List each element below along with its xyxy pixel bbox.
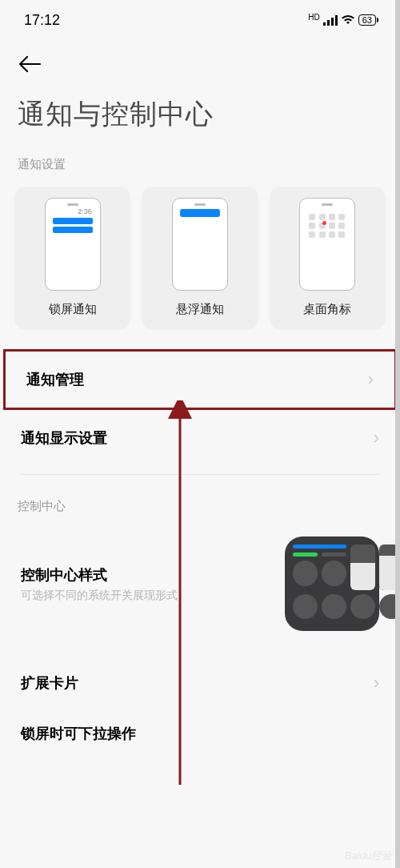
card-float-notification[interactable]: 悬浮通知 <box>142 187 258 330</box>
section-cc-label: 控制中心 <box>0 499 400 528</box>
item-title: 控制中心样式 <box>21 565 178 585</box>
phone-mock-badge <box>299 198 355 291</box>
chevron-right-icon: › <box>374 428 379 448</box>
back-button[interactable] <box>18 53 382 77</box>
chevron-right-icon: › <box>368 369 374 390</box>
watermark: Baidu经验 <box>345 849 392 863</box>
status-time: 17:12 <box>24 12 60 29</box>
item-lock-pull[interactable]: 锁屏时可下拉操作 <box>0 711 400 761</box>
card-lock-notification[interactable]: 2:36 锁屏通知 <box>14 187 130 330</box>
phone-mock-lock: 2:36 <box>45 198 101 291</box>
item-title: 通知显示设置 <box>21 428 107 448</box>
page-title: 通知与控制中心 <box>0 77 400 157</box>
card-label: 桌面角标 <box>303 302 351 317</box>
card-label: 悬浮通知 <box>176 302 224 317</box>
status-indicators: HD 63 <box>308 14 376 26</box>
cc-preview-icon <box>285 536 379 631</box>
signal-icon <box>323 14 338 26</box>
item-notification-display[interactable]: 通知显示设置 › <box>0 410 400 466</box>
header <box>0 40 400 77</box>
item-cc-style[interactable]: 控制中心样式 可选择不同的系统开关展现形式 <box>0 528 400 655</box>
item-subtitle: 可选择不同的系统开关展现形式 <box>21 589 178 603</box>
notification-cards: 2:36 锁屏通知 悬浮通知 桌面角标 <box>0 187 400 349</box>
right-edge <box>395 0 400 868</box>
svg-rect-0 <box>323 22 326 26</box>
item-title: 扩展卡片 <box>21 673 78 693</box>
svg-rect-2 <box>331 18 334 26</box>
chevron-right-icon: › <box>374 673 379 693</box>
card-badge[interactable]: 桌面角标 <box>270 187 386 330</box>
item-title: 通知管理 <box>26 370 84 389</box>
item-notification-manage[interactable]: 通知管理 › <box>3 349 397 410</box>
wifi-icon <box>341 14 355 26</box>
card-label: 锁屏通知 <box>49 302 97 317</box>
phone-mock-float <box>172 198 228 291</box>
svg-rect-3 <box>335 15 338 26</box>
item-title: 锁屏时可下拉操作 <box>21 724 136 743</box>
battery-icon: 63 <box>358 14 376 26</box>
item-ext-cards[interactable]: 扩展卡片 › <box>0 655 400 711</box>
hd-indicator: HD <box>308 13 319 22</box>
svg-rect-1 <box>327 20 330 26</box>
divider <box>21 474 379 475</box>
status-bar: 17:12 HD 63 <box>0 0 400 40</box>
section-notification-label: 通知设置 <box>0 157 400 187</box>
